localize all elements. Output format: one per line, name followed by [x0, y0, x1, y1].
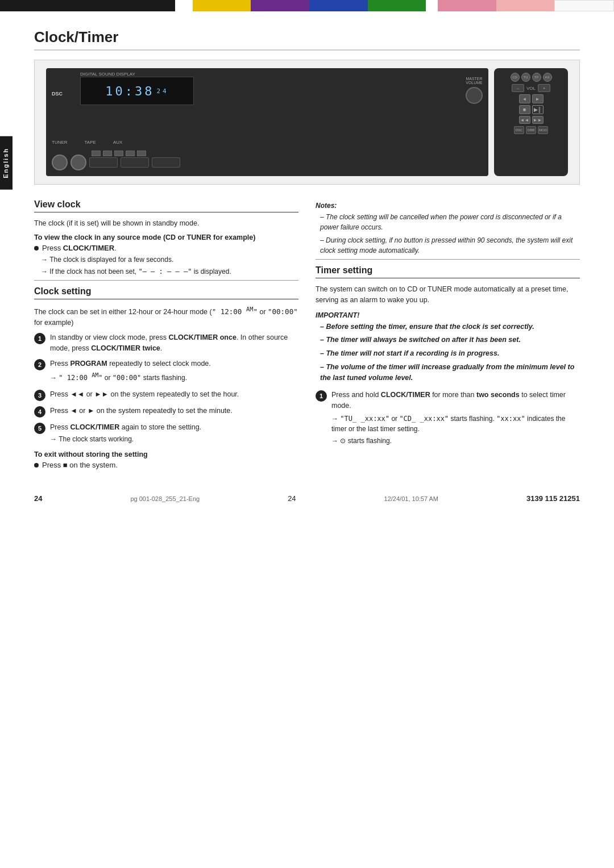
page-title: Clock/Timer: [34, 28, 580, 51]
view-clock-arrow1: The clock is displayed for a few seconds…: [34, 254, 298, 265]
clock-step-4: 4 Press ◄ or ► on the system repeatedly …: [34, 406, 298, 418]
page-content: English Clock/Timer DIGITAL SOUND DISPLA…: [0, 11, 614, 525]
section-divider-2: [316, 259, 580, 260]
timer-setting-section: Timer setting The system can switch on t…: [316, 265, 580, 448]
timer-step1-content: Press and hold CLOCK/TIMER for more than…: [331, 390, 580, 448]
footer-date: 12/24/01, 10:57 AM: [384, 495, 438, 502]
footer-page-mid: 24: [288, 494, 296, 503]
page-footer: 24 pg 001-028_255_21-Eng 24 12/24/01, 10…: [34, 489, 580, 503]
device-image: DIGITAL SOUND DISPLAY DSC 10:38 24 TUNER…: [34, 60, 580, 185]
step-num-1: 1: [34, 333, 45, 344]
view-clock-subheading: To view the clock in any source mode (CD…: [34, 233, 298, 241]
remote-control: CD TU TP AX – VOL + ◄ ► ■ ▶║ ◄◄ ►►: [494, 68, 568, 176]
clock-step3-content: Press ◄◄ or ►► on the system repeatedly …: [50, 389, 298, 400]
footer-code: 3139 115 21251: [526, 494, 580, 503]
important-title: IMPORTANT!: [316, 311, 580, 319]
bullet-dot-exit: [34, 463, 39, 468]
notes-section: Notes: The clock setting will be cancell…: [316, 202, 580, 256]
clock-step1-content: In standby or view clock mode, press CLO…: [50, 332, 298, 354]
right-column: Notes: The clock setting will be cancell…: [316, 196, 580, 471]
clock-step-3: 3 Press ◄◄ or ►► on the system repeatedl…: [34, 389, 298, 401]
important-section: IMPORTANT! Before setting the timer, ens…: [316, 311, 580, 383]
view-clock-section: View clock The clock (if it is set) will…: [34, 199, 298, 277]
important-4: The volume of the timer will increase gr…: [316, 362, 580, 383]
dsc-label: DSC: [52, 91, 63, 97]
stereo-device: DIGITAL SOUND DISPLAY DSC 10:38 24 TUNER…: [46, 68, 488, 176]
view-clock-arrow2: If the clock has not been set, "– – : – …: [34, 266, 298, 277]
section-divider-1: [34, 280, 298, 281]
footer-file: pg 001-028_255_21-Eng: [130, 495, 200, 502]
clock-step5-arrow: The clock starts working.: [50, 434, 298, 444]
note-2: During clock setting, if no button is pr…: [316, 235, 580, 256]
timer-setting-heading: Timer setting: [316, 265, 580, 278]
view-clock-bullet1-text: Press CLOCK/TIMER.: [42, 244, 117, 252]
view-clock-bullet1: Press CLOCK/TIMER.: [34, 244, 298, 252]
important-2: The timer will always be switched on aft…: [316, 335, 580, 345]
exit-bullet-text: Press ■ on the system.: [42, 461, 118, 469]
timer-setting-intro: The system can switch on to CD or TUNER …: [316, 284, 580, 306]
step-num-3: 3: [34, 390, 45, 401]
clock-step4-content: Press ◄ or ► on the system repeatedly to…: [50, 406, 298, 416]
important-1: Before setting the timer, ensure that th…: [316, 322, 580, 332]
step-num-4: 4: [34, 406, 45, 418]
clock-step-5: 5 Press CLOCK/TIMER again to store the s…: [34, 422, 298, 446]
content-columns: View clock The clock (if it is set) will…: [34, 196, 580, 471]
view-clock-heading: View clock: [34, 199, 298, 212]
clock-step-2: 2 Press PROGRAM repeatedly to select clo…: [34, 358, 298, 385]
timer-step1-arrow2: ⊙ starts flashing.: [331, 436, 580, 446]
page-number: 24: [34, 494, 42, 503]
step-num-2: 2: [34, 359, 45, 370]
device-display: 10:38 24: [80, 77, 194, 105]
clock-step-1: 1 In standby or view clock mode, press C…: [34, 332, 298, 354]
clock-step5-content: Press CLOCK/TIMER again to store the set…: [50, 422, 298, 446]
bullet-dot-1: [34, 246, 39, 251]
top-color-bar: [0, 0, 614, 11]
timer-step1-arrow1: "TU_ _xx:xx" or "CD_ _xx:xx" starts flas…: [331, 414, 580, 434]
clock-setting-heading: Clock setting: [34, 286, 298, 299]
clock-step2-arrow: " 12:00 AM" or "00:00" starts flashing.: [50, 371, 298, 383]
english-tab: English: [0, 136, 13, 190]
note-1: The clock setting will be cancelled when…: [316, 212, 580, 232]
important-3: The timer will not start if a recording …: [316, 348, 580, 359]
left-column: View clock The clock (if it is set) will…: [34, 196, 298, 471]
clock-setting-section: Clock setting The clock can be set in ei…: [34, 286, 298, 470]
step-num-5: 5: [34, 423, 45, 434]
view-clock-intro: The clock (if it is set) will be shown i…: [34, 218, 298, 229]
display-label: DIGITAL SOUND DISPLAY: [80, 72, 135, 77]
timer-step-num-1: 1: [316, 390, 327, 402]
notes-title: Notes:: [316, 202, 580, 210]
exit-heading: To exit without storing the setting: [34, 450, 298, 458]
exit-bullet: Press ■ on the system.: [34, 461, 298, 469]
timer-step-1: 1 Press and hold CLOCK/TIMER for more th…: [316, 390, 580, 448]
clock-setting-intro: The clock can be set in either 12-hour o…: [34, 305, 298, 328]
clock-step2-content: Press PROGRAM repeatedly to select clock…: [50, 358, 298, 385]
